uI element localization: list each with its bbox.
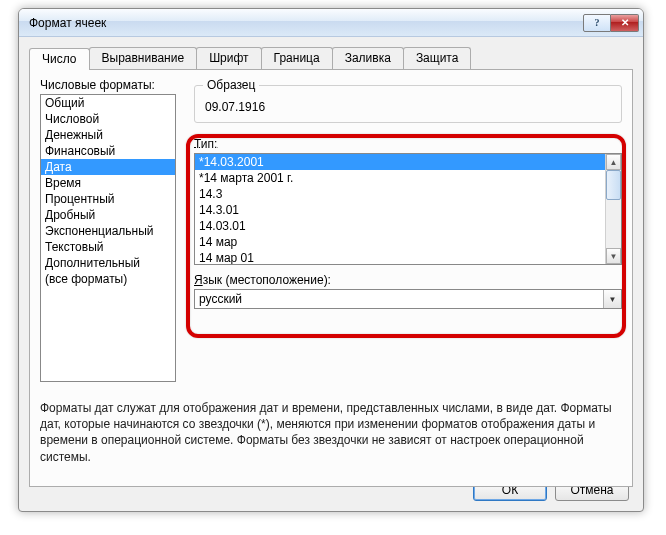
- type-option-2[interactable]: 14.3: [195, 186, 605, 202]
- scroll-track[interactable]: [606, 170, 621, 248]
- type-option-4[interactable]: 14.03.01: [195, 218, 605, 234]
- locale-combobox[interactable]: русский ▼: [194, 289, 622, 309]
- type-scrollbar[interactable]: ▲ ▼: [605, 154, 621, 264]
- category-item-text[interactable]: Текстовый: [41, 239, 175, 255]
- category-item-scientific[interactable]: Экспоненциальный: [41, 223, 175, 239]
- tab-border[interactable]: Граница: [261, 47, 333, 69]
- scroll-thumb[interactable]: [606, 170, 621, 200]
- category-item-fraction[interactable]: Дробный: [41, 207, 175, 223]
- scroll-up-icon[interactable]: ▲: [606, 154, 621, 170]
- type-option-5[interactable]: 14 мар: [195, 234, 605, 250]
- help-button[interactable]: ?: [583, 14, 611, 32]
- sample-label: Образец: [203, 78, 259, 92]
- type-label: Тип:: [194, 137, 622, 151]
- tab-fill[interactable]: Заливка: [332, 47, 404, 69]
- combobox-dropdown-icon[interactable]: ▼: [603, 290, 621, 308]
- category-item-special[interactable]: Дополнительный: [41, 255, 175, 271]
- locale-label: Язык (местоположение):: [194, 273, 622, 287]
- tab-number[interactable]: Число: [29, 48, 90, 70]
- format-description: Форматы дат служат для отображения дат и…: [40, 400, 622, 465]
- type-listbox[interactable]: *14.03.2001 *14 марта 2001 г. 14.3 14.3.…: [194, 153, 622, 265]
- category-item-time[interactable]: Время: [41, 175, 175, 191]
- tab-font[interactable]: Шрифт: [196, 47, 261, 69]
- close-button[interactable]: ✕: [611, 14, 639, 32]
- tab-protection[interactable]: Защита: [403, 47, 472, 69]
- right-column: Образец 09.07.1916 Тип: *14.03.2001 *14 …: [194, 78, 622, 388]
- tab-strip: Число Выравнивание Шрифт Граница Заливка…: [29, 47, 633, 69]
- type-option-1[interactable]: *14 марта 2001 г.: [195, 170, 605, 186]
- category-item-percentage[interactable]: Процентный: [41, 191, 175, 207]
- title-bar[interactable]: Формат ячеек ? ✕: [19, 9, 643, 37]
- category-listbox[interactable]: Общий Числовой Денежный Финансовый Дата …: [40, 94, 176, 382]
- format-cells-dialog: Формат ячеек ? ✕ Число Выравнивание Шриф…: [18, 8, 644, 512]
- category-item-custom[interactable]: (все форматы): [41, 271, 175, 287]
- category-item-number[interactable]: Числовой: [41, 111, 175, 127]
- category-item-date[interactable]: Дата: [41, 159, 175, 175]
- category-item-currency[interactable]: Денежный: [41, 127, 175, 143]
- category-item-accounting[interactable]: Финансовый: [41, 143, 175, 159]
- sample-value: 09.07.1916: [203, 98, 613, 114]
- tab-alignment[interactable]: Выравнивание: [89, 47, 198, 69]
- locale-value: русский: [195, 290, 603, 308]
- category-column: Числовые форматы: Общий Числовой Денежны…: [40, 78, 176, 388]
- category-item-general[interactable]: Общий: [41, 95, 175, 111]
- type-option-6[interactable]: 14 мар 01: [195, 250, 605, 264]
- tab-panel-number: Числовые форматы: Общий Числовой Денежны…: [29, 69, 633, 487]
- window-controls: ? ✕: [583, 14, 639, 32]
- type-option-0[interactable]: *14.03.2001: [195, 154, 605, 170]
- type-option-3[interactable]: 14.3.01: [195, 202, 605, 218]
- dialog-title: Формат ячеек: [29, 16, 583, 30]
- scroll-down-icon[interactable]: ▼: [606, 248, 621, 264]
- sample-group: Образец 09.07.1916: [194, 78, 622, 123]
- category-label: Числовые форматы:: [40, 78, 176, 92]
